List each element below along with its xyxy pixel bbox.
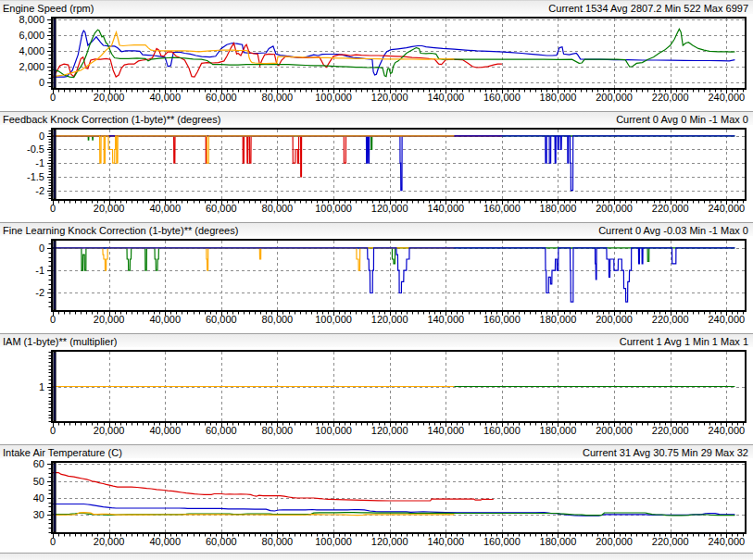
svg-text:100,000: 100,000 <box>315 203 352 214</box>
svg-text:-1: -1 <box>35 157 44 168</box>
chart-stats: Current 1 Avg 1 Min 1 Max 1 <box>620 336 748 347</box>
svg-text:160,000: 160,000 <box>483 314 521 325</box>
x-axis-labels: 020,00040,00060,00080,000100,000120,0001… <box>50 425 745 436</box>
svg-text:20,000: 20,000 <box>94 425 125 436</box>
svg-text:20,000: 20,000 <box>94 203 125 214</box>
chart-section-intake-air-temp: Intake Air Temperature (C) Current 31 Av… <box>0 444 753 553</box>
svg-text:160,000: 160,000 <box>483 203 521 214</box>
svg-text:40,000: 40,000 <box>149 536 181 547</box>
svg-text:2,000: 2,000 <box>19 61 44 72</box>
svg-text:140,000: 140,000 <box>427 536 464 547</box>
svg-text:140,000: 140,000 <box>427 203 464 214</box>
svg-text:120,000: 120,000 <box>371 203 408 214</box>
grid <box>53 19 745 88</box>
svg-text:40: 40 <box>33 492 44 504</box>
svg-text:-0.5: -0.5 <box>27 143 44 155</box>
svg-text:80,000: 80,000 <box>262 536 294 547</box>
svg-text:-2: -2 <box>35 287 44 298</box>
svg-text:0: 0 <box>50 314 56 325</box>
svg-text:120,000: 120,000 <box>371 92 408 103</box>
chart-section-iam: IAM (1-byte)** (multiplier) Current 1 Av… <box>0 333 753 444</box>
x-axis-labels: 020,00040,00060,00080,000100,000120,0001… <box>50 314 745 325</box>
svg-text:60,000: 60,000 <box>206 314 237 325</box>
svg-text:80,000: 80,000 <box>262 314 294 325</box>
chart-stats: Current 0 Avg -0.03 Min -1 Max 0 <box>598 225 748 236</box>
grid <box>53 130 745 199</box>
plot-border <box>52 462 746 533</box>
y-axis-labels: 0-1-2 <box>35 243 44 299</box>
position-cursor <box>54 131 56 199</box>
svg-text:180,000: 180,000 <box>540 314 577 325</box>
svg-text:180,000: 180,000 <box>540 203 577 214</box>
svg-text:100,000: 100,000 <box>315 314 352 325</box>
svg-text:180,000: 180,000 <box>540 536 577 547</box>
svg-text:200,000: 200,000 <box>596 314 633 325</box>
svg-text:60,000: 60,000 <box>206 92 237 103</box>
svg-text:20,000: 20,000 <box>94 536 125 547</box>
series-lines <box>53 473 734 516</box>
svg-text:0: 0 <box>50 92 56 103</box>
svg-text:240,000: 240,000 <box>708 203 745 214</box>
position-cursor <box>54 242 56 310</box>
svg-text:40,000: 40,000 <box>149 314 181 325</box>
chart-stats: Current 31 Avg 30.75 Min 29 Max 32 <box>583 447 748 458</box>
axis-ticks <box>47 353 744 428</box>
svg-text:220,000: 220,000 <box>652 425 689 436</box>
svg-text:-2: -2 <box>35 185 44 196</box>
series-green <box>53 136 734 150</box>
chart-titlebar: Engine Speed (rpm) Current 1534 Avg 2807… <box>0 0 753 14</box>
svg-text:20,000: 20,000 <box>94 314 125 325</box>
chart-title: IAM (1-byte)** (multiplier) <box>3 336 117 347</box>
svg-text:80,000: 80,000 <box>262 92 294 103</box>
fine-learning-knock-plot[interactable]: 020,00040,00060,00080,000100,000120,0001… <box>0 236 753 326</box>
svg-text:220,000: 220,000 <box>652 203 689 214</box>
svg-text:60,000: 60,000 <box>206 425 237 436</box>
svg-text:40,000: 40,000 <box>149 92 181 103</box>
svg-text:140,000: 140,000 <box>427 314 464 325</box>
svg-text:240,000: 240,000 <box>708 314 745 325</box>
chart-titlebar: Intake Air Temperature (C) Current 31 Av… <box>0 444 753 458</box>
svg-text:-1.5: -1.5 <box>27 171 44 182</box>
logger-graph-window: Engine Speed (rpm) Current 1534 Avg 2807… <box>0 0 753 560</box>
svg-text:180,000: 180,000 <box>540 425 577 436</box>
y-axis-labels: 02,0004,0006,0008,000 <box>19 14 44 87</box>
svg-text:160,000: 160,000 <box>483 92 521 103</box>
svg-text:1: 1 <box>39 381 44 392</box>
series-green <box>53 248 734 270</box>
iam-plot[interactable]: 020,00040,00060,00080,000100,000120,0001… <box>0 347 753 437</box>
engine-speed-plot[interactable]: 020,00040,00060,00080,000100,000120,0001… <box>0 14 753 104</box>
svg-text:6,000: 6,000 <box>19 30 44 41</box>
intake-air-temp-plot[interactable]: 020,00040,00060,00080,000100,000120,0001… <box>0 458 753 548</box>
svg-text:60,000: 60,000 <box>206 536 237 547</box>
svg-text:4,000: 4,000 <box>19 45 44 56</box>
chart-title: Intake Air Temperature (C) <box>3 447 122 458</box>
svg-text:240,000: 240,000 <box>708 536 745 547</box>
svg-text:100,000: 100,000 <box>315 425 352 436</box>
feedback-knock-plot[interactable]: 020,00040,00060,00080,000100,000120,0001… <box>0 125 753 215</box>
y-axis-labels: 1 <box>39 381 44 392</box>
svg-text:60,000: 60,000 <box>206 203 237 214</box>
svg-text:200,000: 200,000 <box>596 536 633 547</box>
svg-text:220,000: 220,000 <box>652 92 689 103</box>
plot-border <box>52 129 746 200</box>
svg-text:180,000: 180,000 <box>540 92 577 103</box>
x-axis-labels: 020,00040,00060,00080,000100,000120,0001… <box>50 92 745 103</box>
series-lines <box>53 29 734 77</box>
svg-text:0: 0 <box>50 536 56 547</box>
svg-text:0: 0 <box>50 425 56 436</box>
svg-text:160,000: 160,000 <box>483 536 521 547</box>
series-lines <box>53 248 734 302</box>
svg-text:80,000: 80,000 <box>262 425 294 436</box>
plot-border <box>52 18 746 89</box>
svg-text:120,000: 120,000 <box>371 536 408 547</box>
svg-text:40,000: 40,000 <box>149 425 181 436</box>
svg-text:100,000: 100,000 <box>315 536 352 547</box>
position-cursor <box>54 19 56 88</box>
svg-text:-1: -1 <box>35 265 44 276</box>
svg-text:0: 0 <box>50 203 56 214</box>
svg-text:120,000: 120,000 <box>371 425 408 436</box>
chart-section-engine-speed: Engine Speed (rpm) Current 1534 Avg 2807… <box>0 0 753 111</box>
svg-text:220,000: 220,000 <box>652 314 689 325</box>
series-red <box>53 473 494 501</box>
svg-text:160,000: 160,000 <box>483 425 521 436</box>
